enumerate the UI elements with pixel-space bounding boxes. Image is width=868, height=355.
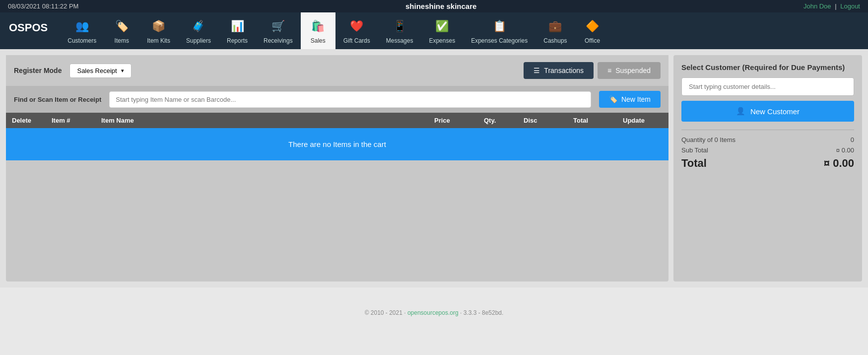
- nav-label-giftcards: Gift Cards: [343, 37, 370, 44]
- col-price: Price: [434, 117, 484, 124]
- giftcards-icon: ❤️: [348, 17, 366, 35]
- transactions-icon: ☰: [534, 67, 540, 74]
- suspended-button[interactable]: ≡ Suspended: [598, 62, 661, 79]
- nav-item-suppliers[interactable]: 🧳 Suppliers: [178, 12, 219, 49]
- customer-search-input[interactable]: [681, 77, 854, 96]
- nav-label-expenses: Expenses: [429, 37, 455, 44]
- register-mode-row: Register Mode Sales Receipt ☰ Transactio…: [6, 55, 668, 86]
- nav-label-items: Items: [115, 37, 129, 44]
- app-title: shineshine skincare: [405, 2, 476, 10]
- register-mode-label: Register Mode: [14, 67, 62, 74]
- transactions-button[interactable]: ☰ Transactions: [524, 62, 594, 79]
- cart-table-header: Delete Item # Item Name Price Qty. Disc …: [6, 113, 668, 128]
- col-item-name: Item Name: [101, 117, 434, 124]
- datetime: 08/03/2021 08:11:22 PM: [8, 2, 78, 10]
- nav-label-customers: Customers: [67, 37, 96, 44]
- register-mode-dropdown[interactable]: Sales Receipt: [69, 64, 131, 78]
- select-customer-title: Select Customer (Required for Due Paymen…: [681, 63, 854, 71]
- top-bar: 08/03/2021 08:11:22 PM shineshine skinca…: [0, 0, 868, 12]
- nav-item-expenses[interactable]: ✅ Expenses: [421, 12, 463, 49]
- find-item-row: Find or Scan Item or Receipt 🏷️ New Item: [6, 86, 668, 113]
- nav-item-office[interactable]: 🔶 Office: [575, 12, 610, 49]
- nav-item-messages[interactable]: 📱 Messages: [378, 12, 421, 49]
- footer-version: · 3.3.3 - 8e52bd.: [460, 309, 503, 316]
- col-qty: Qty.: [484, 117, 524, 124]
- quantity-row: Quantity of 0 Items 0: [681, 136, 854, 143]
- total-value: ¤ 0.00: [824, 157, 854, 170]
- divider: [681, 130, 854, 130]
- register-mode-value: Sales Receipt: [77, 67, 117, 74]
- col-item-num: Item #: [52, 117, 101, 124]
- nav-item-receivings[interactable]: 🛒 Receivings: [256, 12, 301, 49]
- expensescat-icon: 📋: [490, 17, 508, 35]
- new-item-button[interactable]: 🏷️ New Item: [599, 91, 661, 108]
- suspended-label: Suspended: [615, 67, 651, 74]
- cashups-icon: 💼: [546, 17, 564, 35]
- separator: |: [835, 2, 836, 10]
- logout-link[interactable]: Logout: [840, 2, 860, 10]
- suppliers-icon: 🧳: [190, 17, 207, 35]
- main-nav: OSPOS 👥 Customers 🏷️ Items 📦 Item Kits 🧳…: [0, 12, 868, 49]
- new-customer-button[interactable]: 👤 New Customer: [681, 101, 854, 122]
- itemkits-icon: 📦: [150, 17, 168, 35]
- nav-label-sales: Sales: [311, 37, 326, 44]
- new-item-icon: 🏷️: [609, 95, 617, 103]
- new-item-label: New Item: [621, 95, 651, 103]
- reports-icon: 📊: [228, 17, 246, 35]
- nav-item-items[interactable]: 🏷️ Items: [104, 12, 139, 49]
- user-area: John Doe | Logout: [803, 2, 860, 10]
- col-delete: Delete: [12, 117, 52, 124]
- subtotal-value: ¤ 0.00: [836, 146, 854, 154]
- nav-item-reports[interactable]: 📊 Reports: [219, 12, 256, 49]
- messages-icon: 📱: [391, 17, 408, 35]
- nav-item-itemkits[interactable]: 📦 Item Kits: [139, 12, 178, 49]
- suspended-icon: ≡: [607, 67, 611, 74]
- cart-empty-text: There are no Items in the cart: [288, 140, 386, 148]
- nav-label-expensescat: Expenses Categories: [471, 37, 528, 44]
- right-buttons: ☰ Transactions ≡ Suspended: [524, 62, 661, 79]
- left-panel: Register Mode Sales Receipt ☰ Transactio…: [6, 55, 668, 282]
- nav-label-cashups: Cashups: [543, 37, 567, 44]
- subtotal-row: Sub Total ¤ 0.00: [681, 146, 854, 154]
- nav-item-expensescat[interactable]: 📋 Expenses Categories: [463, 12, 535, 49]
- col-disc: Disc: [524, 117, 573, 124]
- nav-item-cashups[interactable]: 💼 Cashups: [535, 12, 575, 49]
- customers-icon: 👥: [73, 17, 91, 35]
- nav-item-customers[interactable]: 👥 Customers: [60, 12, 104, 49]
- total-label: Total: [681, 157, 707, 170]
- receivings-icon: 🛒: [269, 17, 287, 35]
- expenses-icon: ✅: [433, 17, 451, 35]
- col-total: Total: [573, 117, 623, 124]
- nav-label-office: Office: [585, 37, 600, 44]
- cart-empty-message: There are no Items in the cart: [6, 128, 668, 160]
- username[interactable]: John Doe: [803, 2, 831, 10]
- find-item-input[interactable]: [109, 91, 591, 108]
- new-customer-label: New Customer: [750, 107, 800, 116]
- nav-label-suppliers: Suppliers: [186, 37, 211, 44]
- total-row: Total ¤ 0.00: [681, 157, 854, 170]
- main-content: Register Mode Sales Receipt ☰ Transactio…: [0, 49, 868, 287]
- sales-icon: 🛍️: [309, 17, 327, 35]
- footer-copyright: © 2010 - 2021 ·: [365, 309, 406, 316]
- quantity-value: 0: [851, 136, 854, 143]
- items-icon: 🏷️: [113, 17, 131, 35]
- office-icon: 🔶: [584, 17, 601, 35]
- nav-label-receivings: Receivings: [264, 37, 293, 44]
- nav-label-messages: Messages: [386, 37, 413, 44]
- footer: © 2010 - 2021 · opensourcepos.org · 3.3.…: [0, 297, 868, 328]
- nav-items: 👥 Customers 🏷️ Items 📦 Item Kits 🧳 Suppl…: [60, 12, 868, 49]
- subtotal-label: Sub Total: [681, 146, 708, 154]
- nav-item-giftcards[interactable]: ❤️ Gift Cards: [335, 12, 378, 49]
- new-customer-icon: 👤: [736, 107, 745, 116]
- quantity-label: Quantity of 0 Items: [681, 136, 735, 143]
- brand-logo: OSPOS: [5, 12, 60, 49]
- find-item-label: Find or Scan Item or Receipt: [14, 96, 101, 103]
- nav-label-reports: Reports: [227, 37, 248, 44]
- col-update: Update: [623, 117, 663, 124]
- nav-item-sales[interactable]: 🛍️ Sales: [301, 12, 335, 49]
- right-panel: Select Customer (Required for Due Paymen…: [673, 55, 862, 282]
- footer-link[interactable]: opensourcepos.org: [407, 309, 459, 316]
- transactions-label: Transactions: [544, 67, 584, 74]
- nav-label-itemkits: Item Kits: [147, 37, 170, 44]
